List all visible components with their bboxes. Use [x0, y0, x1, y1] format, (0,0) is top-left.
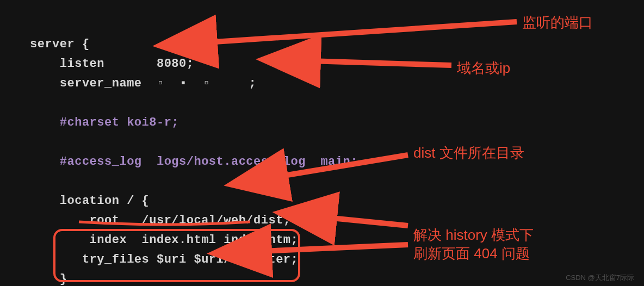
code-line-listen-key: listen: [30, 57, 157, 71]
code-line-accesslog: #access_log logs/host.access.log main;: [30, 155, 358, 169]
code-line-index: index index.html index.htm;: [30, 233, 298, 247]
code-line-charset: #charset koi8-r;: [30, 116, 179, 129]
code-line-location-root-close: }: [30, 272, 67, 286]
code-line-root: root /usr/local/web/dist;: [30, 214, 291, 227]
code-line-listen-semi: ;: [187, 57, 194, 71]
code-line-server: server {: [30, 38, 90, 51]
nginx-config-code: server { listen 8080; server_name ▫ ▪ ▫ …: [30, 15, 358, 286]
annotation-dist-root: dist 文件所在目录: [413, 144, 524, 163]
redacted-server-name: ▫ ▪ ▫: [157, 77, 249, 90]
annotation-listen-port: 监听的端口: [522, 13, 593, 32]
code-line-location-root-open: location / {: [30, 194, 149, 208]
annotation-history-fix-line1: 解决 history 模式下: [413, 226, 534, 244]
code-line-servername-key: server_name: [30, 77, 157, 90]
annotation-history-fix: 解决 history 模式下 刷新页面 404 问题: [413, 226, 534, 263]
code-line-listen-port: 8080: [157, 57, 187, 71]
code-line-servername-semi: ;: [249, 77, 257, 90]
csdn-watermark: CSDN @天北窗7际际: [566, 273, 634, 283]
annotation-server-name: 域名或ip: [457, 59, 510, 78]
annotation-history-fix-line2: 刷新页面 404 问题: [413, 244, 534, 263]
code-line-tryfiles: try_files $uri $uri/ @router;: [30, 253, 298, 266]
